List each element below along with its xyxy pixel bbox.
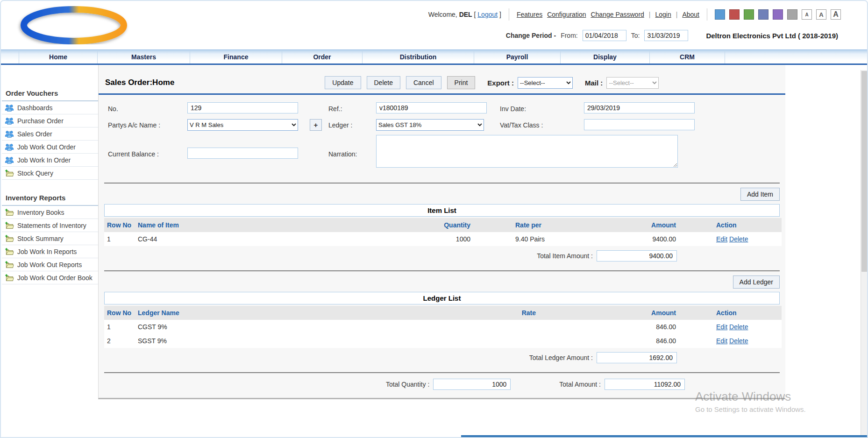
change-period-label: Change Period - [506, 32, 556, 39]
ledger-delete-link[interactable]: Delete [729, 337, 748, 345]
folder-icon [5, 234, 14, 242]
ledger-amount: 846.00 [539, 320, 679, 334]
change-period-bar: Change Period - From: To: Deltron Electr… [506, 30, 867, 41]
font-size-small-button[interactable]: A [802, 9, 812, 20]
folder-icon [5, 208, 14, 216]
print-button[interactable]: Print [447, 76, 476, 89]
vertical-scrollbar[interactable] [861, 70, 867, 437]
total-item-amount-input[interactable] [597, 250, 677, 261]
col-ledger-name: Ledger Name [135, 306, 366, 320]
font-size-medium-button[interactable]: A [816, 9, 826, 20]
sidebar-item-job-work-out-order[interactable]: Job Work Out Order [2, 141, 98, 154]
sidebar-item-label: Stock Summary [17, 235, 64, 242]
ledger-actions: Edit Delete [679, 334, 782, 348]
ledger-edit-link[interactable]: Edit [716, 337, 727, 345]
sidebar-item-job-work-in-reports[interactable]: Job Work In Reports [2, 245, 98, 258]
menu-masters[interactable]: Masters [98, 50, 190, 64]
total-amount-input[interactable] [605, 379, 685, 390]
ledger-name: CGST 9% [135, 320, 366, 334]
sidebar-item-inventory-books[interactable]: Inventory Books [2, 206, 98, 219]
item-list: Item List Row No Name of Item Quantity R… [104, 204, 780, 246]
folder-icon [5, 169, 14, 177]
col-quantity: Quantity [366, 218, 473, 232]
sidebar-item-stock-summary[interactable]: Stock Summary [2, 232, 98, 245]
sidebar-item-label: Job Work Out Order Book [17, 274, 92, 282]
export-select[interactable]: --Select-- [518, 77, 573, 89]
theme-swatch-blue[interactable] [715, 9, 725, 20]
menu-display[interactable]: Display [561, 50, 650, 64]
sidebar-item-job-work-out-order-book[interactable]: Job Work Out Order Book [2, 271, 98, 284]
total-ledger-amount-input[interactable] [597, 352, 677, 363]
cancel-button[interactable]: Cancel [406, 76, 441, 89]
ledger-list-title: Ledger List [104, 292, 780, 304]
link-configuration[interactable]: Configuration [547, 11, 586, 18]
menu-payroll[interactable]: Payroll [474, 50, 561, 64]
vat-tax-class-input[interactable] [584, 119, 695, 130]
total-quantity-input[interactable] [433, 379, 511, 390]
app-header: Welcome, DEL [ Logout ] Features Configu… [1, 1, 867, 49]
inv-date-input[interactable] [584, 102, 695, 113]
menu-crm[interactable]: CRM [650, 50, 725, 64]
narration-label: Narration: [328, 150, 357, 158]
theme-swatch-slate[interactable] [758, 9, 768, 20]
sidebar-item-dashboards[interactable]: Dashboards [2, 101, 98, 114]
mail-select[interactable]: --Select-- [606, 77, 659, 89]
link-features[interactable]: Features [517, 11, 542, 18]
total-item-amount-label: Total Item Amount : [537, 252, 593, 260]
menu-home[interactable]: Home [19, 50, 98, 64]
add-party-button[interactable]: + [310, 119, 322, 131]
sidebar: Order Vouchers Dashboards Purchase Order… [1, 65, 98, 284]
narration-textarea[interactable] [376, 135, 678, 168]
total-ledger-amount-label: Total Ledger Amount : [529, 354, 593, 361]
mail-label: Mail : [585, 79, 603, 87]
scrollbar-thumb[interactable] [861, 71, 867, 272]
period-from-input[interactable] [583, 30, 626, 41]
ledger-select[interactable]: Sales GST 18% [376, 119, 484, 131]
ledger-delete-link[interactable]: Delete [729, 323, 748, 331]
ledger-edit-link[interactable]: Edit [716, 323, 727, 331]
link-about[interactable]: About [682, 11, 699, 18]
party-select[interactable]: V R M Sales [187, 119, 298, 131]
delete-button[interactable]: Delete [367, 76, 400, 89]
logout-link[interactable]: Logout [477, 11, 498, 18]
menu-finance[interactable]: Finance [190, 50, 282, 64]
add-ledger-button[interactable]: Add Ledger [733, 276, 780, 289]
link-change-password[interactable]: Change Password [591, 11, 644, 18]
sidebar-item-stock-query[interactable]: Stock Query [2, 167, 98, 180]
toolbar: Update Delete Cancel Print [325, 76, 475, 89]
col-action: Action [679, 306, 782, 320]
theme-swatches: A A A [715, 9, 841, 20]
item-delete-link[interactable]: Delete [729, 235, 748, 243]
sidebar-item-sales-order[interactable]: Sales Order [2, 127, 98, 141]
font-size-large-button[interactable]: A [831, 9, 841, 20]
ledger-rate [366, 334, 539, 348]
group-icon [5, 117, 14, 125]
theme-swatch-red[interactable] [729, 9, 740, 20]
item-amount: 9400.00 [627, 232, 679, 246]
period-to-input[interactable] [644, 30, 688, 41]
theme-swatch-gray[interactable] [787, 9, 797, 20]
menu-distribution[interactable]: Distribution [363, 50, 474, 64]
ref-input[interactable] [376, 102, 487, 113]
ledger-row-no: 2 [104, 334, 135, 348]
col-row-no: Row No [104, 218, 135, 232]
sidebar-item-job-work-out-reports[interactable]: Job Work Out Reports [2, 258, 98, 271]
ledger-name: SGST 9% [135, 334, 366, 348]
sidebar-item-job-work-in-order[interactable]: Job Work In Order [2, 154, 98, 167]
item-edit-link[interactable]: Edit [716, 235, 727, 243]
theme-swatch-purple[interactable] [773, 9, 783, 20]
link-login[interactable]: Login [655, 11, 671, 18]
inv-date-label: Inv Date: [500, 105, 526, 113]
sidebar-item-purchase-order[interactable]: Purchase Order [2, 114, 98, 127]
pipe-separator: | [676, 11, 678, 18]
update-button[interactable]: Update [325, 76, 361, 89]
sidebar-item-label: Job Work In Order [17, 156, 71, 164]
current-balance-input[interactable] [187, 148, 298, 159]
voucher-no-input[interactable] [187, 102, 298, 113]
item-list-table: Row No Name of Item Quantity Rate per Am… [104, 218, 780, 246]
sidebar-item-statements-of-inventory[interactable]: Statements of Inventory [2, 219, 98, 232]
theme-swatch-green[interactable] [744, 9, 754, 20]
menu-order[interactable]: Order [282, 50, 363, 64]
add-item-button[interactable]: Add Item [740, 188, 780, 201]
company-logo [1, 1, 150, 49]
